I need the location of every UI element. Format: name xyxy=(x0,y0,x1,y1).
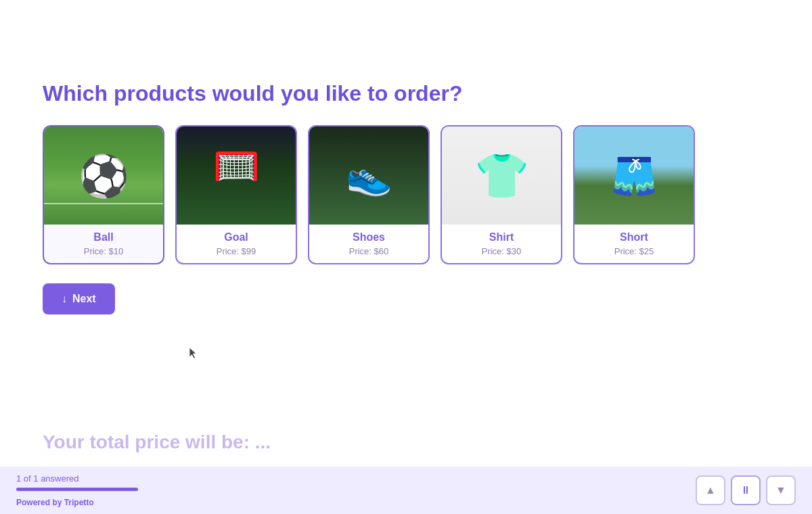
product-name-ball: Ball xyxy=(52,231,155,243)
product-price-shirt: Price: $30 xyxy=(450,246,553,256)
product-name-goal: Goal xyxy=(185,231,288,243)
product-price-goal: Price: $99 xyxy=(185,246,288,256)
product-info-shoes: Shoes Price: $60 xyxy=(309,225,428,263)
product-info-short: Short Price: $25 xyxy=(574,225,694,263)
nav-up-icon: ▲ xyxy=(705,484,716,496)
nav-pause-button[interactable]: ⏸ xyxy=(731,475,761,505)
product-card-goal[interactable]: Goal Price: $99 xyxy=(175,125,297,264)
product-image-shirt xyxy=(442,126,561,225)
product-info-shirt: Shirt Price: $30 xyxy=(442,225,561,263)
main-content: Which products would you like to order? … xyxy=(0,0,812,382)
product-name-short: Short xyxy=(583,231,685,243)
product-image-shoes xyxy=(309,126,428,225)
product-card-ball[interactable]: Ball Price: $10 xyxy=(43,125,164,264)
product-image-goal xyxy=(177,126,296,225)
next-button-label: Next xyxy=(72,293,96,305)
progress-bar-fill xyxy=(16,488,138,491)
product-price-short: Price: $25 xyxy=(583,246,685,256)
powered-by-brand: Tripetto xyxy=(64,498,94,507)
total-price-text: Your total price will be: ... xyxy=(43,431,271,452)
product-name-shirt: Shirt xyxy=(450,231,553,243)
progress-section: 1 of 1 answered Powered by Tripetto xyxy=(16,473,138,507)
progress-text: 1 of 1 answered xyxy=(16,473,138,484)
nav-up-button[interactable]: ▲ xyxy=(696,475,725,505)
product-price-shoes: Price: $60 xyxy=(317,246,420,256)
nav-pause-icon: ⏸ xyxy=(740,484,751,496)
total-price-section: Your total price will be: ... xyxy=(0,431,313,453)
product-name-shoes: Shoes xyxy=(317,231,420,243)
powered-by-prefix: Powered by xyxy=(16,498,64,507)
products-grid: Ball Price: $10 Goal Price: $99 Shoes Pr… xyxy=(43,125,769,264)
next-icon: ↓ xyxy=(62,293,67,305)
product-image-ball xyxy=(44,126,163,225)
product-info-goal: Goal Price: $99 xyxy=(177,225,296,263)
bottom-bar: 1 of 1 answered Powered by Tripetto ▲ ⏸ … xyxy=(0,467,812,514)
product-price-ball: Price: $10 xyxy=(52,246,155,256)
product-card-shoes[interactable]: Shoes Price: $60 xyxy=(308,125,430,264)
nav-down-button[interactable]: ▼ xyxy=(766,475,796,505)
progress-bar-container xyxy=(16,488,138,491)
nav-down-icon: ▼ xyxy=(775,484,786,496)
product-card-short[interactable]: Short Price: $25 xyxy=(573,125,695,264)
powered-by: Powered by Tripetto xyxy=(16,498,138,507)
question-title: Which products would you like to order? xyxy=(43,81,769,106)
nav-controls: ▲ ⏸ ▼ xyxy=(696,475,796,505)
product-info-ball: Ball Price: $10 xyxy=(44,225,163,263)
product-card-shirt[interactable]: Shirt Price: $30 xyxy=(441,125,562,264)
next-button[interactable]: ↓ Next xyxy=(43,283,115,314)
product-image-short xyxy=(574,126,694,225)
